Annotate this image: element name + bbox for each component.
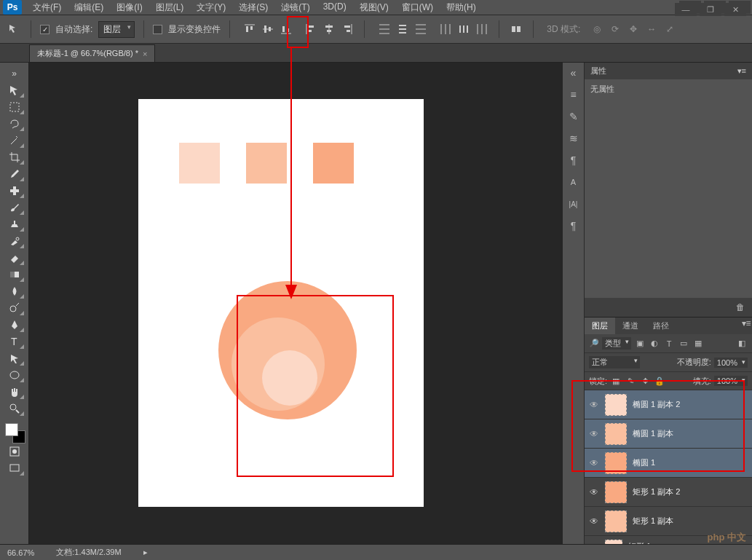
menu-file[interactable]: 文件(F) (26, 0, 68, 16)
tab-channels[interactable]: 通道 (615, 318, 646, 334)
blend-mode-dropdown[interactable]: 正常 (589, 356, 640, 368)
layer-name-label[interactable]: 椭圆 1 (633, 457, 655, 468)
align-left-edges-icon[interactable] (303, 21, 319, 37)
type-tool[interactable]: T (4, 334, 25, 350)
menu-edit[interactable]: 编辑(E) (68, 0, 110, 16)
layer-name-label[interactable]: 椭圆 1 副本 (633, 428, 673, 439)
filter-adjust-icon[interactable]: ◐ (649, 338, 660, 350)
status-disclosure-icon[interactable]: ▸ (143, 548, 148, 557)
lock-transparent-icon[interactable]: ▦ (610, 375, 622, 387)
blur-tool[interactable] (4, 283, 25, 299)
layer-item[interactable]: 👁 椭圆 1 (585, 449, 752, 478)
document-info[interactable]: 文档:1.43M/2.39M (56, 547, 121, 558)
visibility-toggle-icon[interactable]: 👁 (589, 400, 599, 410)
menu-3d[interactable]: 3D(D) (317, 0, 353, 16)
zoom-level[interactable]: 66.67% (7, 548, 34, 557)
filter-toggle-icon[interactable]: ◧ (736, 338, 748, 350)
menu-window[interactable]: 窗口(W) (395, 0, 440, 16)
filter-pixel-icon[interactable]: ▣ (634, 338, 646, 350)
menu-type[interactable]: 文字(Y) (190, 0, 232, 16)
dodge-tool[interactable] (4, 300, 25, 316)
ellipse-shape-3[interactable] (262, 350, 317, 406)
character-icon[interactable]: A (566, 175, 581, 189)
align-bottom-edges-icon[interactable] (278, 21, 294, 37)
path-selection-tool[interactable] (4, 350, 25, 366)
paragraph-icon[interactable]: ¶ (566, 153, 581, 167)
auto-select-checkbox[interactable] (40, 25, 50, 34)
filter-shape-icon[interactable]: ▭ (678, 338, 689, 350)
history-brush-tool[interactable] (4, 233, 25, 249)
align-vertical-centers-icon[interactable] (260, 21, 276, 37)
layer-item[interactable]: 👁 椭圆 1 副本 2 (585, 390, 752, 419)
layer-item[interactable]: 👁 椭圆 1 副本 (585, 419, 752, 449)
layer-name-label[interactable]: 椭圆 1 副本 2 (633, 399, 680, 410)
eraser-tool[interactable] (4, 250, 25, 266)
move-tool[interactable] (4, 82, 25, 98)
menu-layer[interactable]: 图层(L) (149, 0, 191, 16)
layer-thumbnail[interactable] (605, 481, 627, 503)
tab-paths[interactable]: 路径 (646, 318, 676, 334)
distribute-vcenter-icon[interactable] (395, 21, 411, 37)
orbit-3d-icon[interactable]: ◎ (589, 21, 605, 37)
doc-minimize-button[interactable]: — (675, 3, 697, 16)
auto-select-dropdown[interactable]: 图层 (98, 21, 135, 38)
shape-tool[interactable] (4, 367, 25, 383)
align-horizontal-centers-icon[interactable] (321, 21, 337, 37)
auto-align-icon[interactable] (508, 21, 524, 37)
marquee-tool[interactable] (4, 99, 25, 115)
adjustments-icon[interactable]: ≡ (566, 87, 581, 102)
tab-layers[interactable]: 图层 (585, 318, 615, 334)
align-top-edges-icon[interactable] (242, 21, 258, 37)
healing-brush-tool[interactable] (4, 183, 25, 199)
menu-filter[interactable]: 滤镜(T) (274, 0, 316, 16)
glyphs-icon[interactable]: |A| (566, 197, 581, 211)
collapse-toggle-icon[interactable]: « (566, 66, 581, 80)
layer-thumbnail[interactable] (605, 510, 627, 532)
menu-view[interactable]: 视图(V) (353, 0, 395, 16)
canvas-area[interactable] (29, 63, 563, 544)
document-canvas[interactable] (138, 99, 424, 507)
distribute-left-icon[interactable] (438, 21, 454, 37)
hand-tool[interactable] (4, 384, 25, 400)
distribute-top-icon[interactable] (376, 21, 392, 37)
magic-wand-tool[interactable] (4, 133, 25, 149)
filter-smart-icon[interactable]: ▦ (692, 338, 704, 350)
menu-image[interactable]: 图像(I) (110, 0, 149, 16)
visibility-toggle-icon[interactable]: 👁 (589, 487, 599, 497)
layer-thumbnail[interactable] (605, 423, 627, 445)
visibility-toggle-icon[interactable]: 👁 (589, 458, 599, 468)
roll-3d-icon[interactable]: ⟳ (607, 21, 623, 37)
layer-name-label[interactable]: 矩形 1 副本 2 (633, 486, 680, 497)
paragraph-styles-icon[interactable]: ¶ (566, 218, 581, 233)
distribute-bottom-icon[interactable] (413, 21, 429, 37)
filter-type-icon[interactable]: T (663, 338, 675, 350)
fill-input[interactable]: 100% (714, 376, 748, 386)
document-tab-close-icon[interactable]: × (143, 50, 147, 58)
crop-tool[interactable] (4, 149, 25, 165)
gradient-tool[interactable] (4, 267, 25, 283)
show-transform-checkbox[interactable] (153, 25, 162, 34)
properties-panel-tab[interactable]: 属性 ▾≡ (585, 63, 752, 79)
lock-paint-icon[interactable]: ✎ (625, 375, 636, 387)
brush-presets-icon[interactable]: ✎ (566, 109, 581, 124)
brush-tool[interactable] (4, 200, 25, 216)
foreground-background-swatch[interactable] (4, 422, 25, 443)
panel-menu-icon[interactable]: ▾≡ (737, 66, 746, 76)
clone-stamp-tool[interactable] (4, 216, 25, 232)
eyedropper-tool[interactable] (4, 166, 25, 182)
layer-filter-dropdown[interactable]: 类型 (602, 337, 631, 350)
layer-item[interactable]: 👁 矩形 1 副本 2 (585, 478, 752, 507)
layer-thumbnail[interactable] (605, 394, 627, 416)
lock-all-icon[interactable]: 🔒 (654, 375, 665, 387)
panel-menu-icon[interactable]: ▾≡ (740, 318, 752, 329)
rectangle-shape-3[interactable] (313, 143, 354, 184)
lasso-tool[interactable] (4, 116, 25, 132)
layer-thumbnail[interactable] (605, 452, 627, 474)
opacity-input[interactable]: 100% (714, 358, 748, 368)
tab-toggle-icon[interactable]: » (4, 66, 25, 82)
slide-3d-icon[interactable]: ↔ (644, 21, 660, 37)
filter-kind-icon[interactable]: 🔎 (589, 339, 599, 348)
quick-mask-toggle[interactable] (4, 443, 25, 460)
doc-close-button[interactable]: ✕ (724, 3, 746, 16)
menu-help[interactable]: 帮助(H) (440, 0, 483, 16)
